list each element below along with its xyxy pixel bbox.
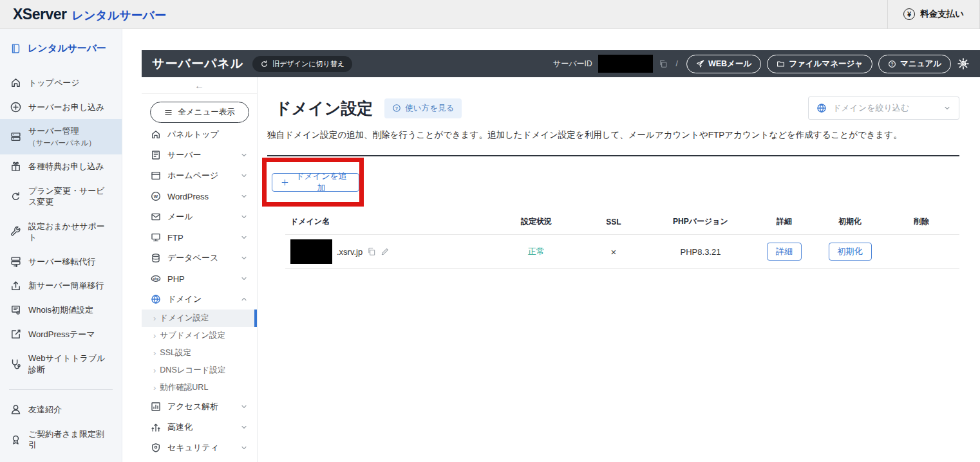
sidebar-item-referral[interactable]: 友達紹介	[0, 398, 122, 422]
svg-text:W: W	[154, 194, 158, 199]
sidebar-item-label: Webサイトトラブル診断	[28, 353, 111, 375]
switch-old-design-button[interactable]: 旧デザインに切り替え	[252, 56, 352, 72]
sidebar-item-member-discount[interactable]: ご契約者さま限定割引	[0, 422, 122, 457]
separator: /	[676, 59, 678, 68]
domain-table: ドメイン名 設定状況 SSL PHPバージョン 詳細 初期化 削除 .xsrv.…	[285, 209, 959, 269]
wordpress-icon: W	[151, 191, 161, 201]
table-header-row: ドメイン名 設定状況 SSL PHPバージョン 詳細 初期化 削除	[285, 209, 959, 235]
chevron-down-icon	[240, 403, 248, 411]
annotation-red-box: ドメインを追加	[262, 158, 364, 207]
panel-menu-item-database[interactable]: データベース	[142, 248, 257, 268]
sidebar-item-top-page[interactable]: トップページ	[0, 71, 122, 95]
panel-menu-item-ftp[interactable]: FTP	[142, 227, 257, 248]
panel-menu-item-access-analysis[interactable]: アクセス解析	[142, 396, 257, 417]
sidebar-item-benefits[interactable]: 各種特典お申し込み	[0, 154, 122, 179]
globe-icon	[816, 103, 827, 113]
sidebar-item-whois[interactable]: Whois初期値設定	[0, 298, 122, 322]
plus-circle-icon	[10, 102, 21, 113]
column-header-delete: 削除	[883, 216, 959, 227]
panel-menu-item-wordpress[interactable]: W WordPress	[142, 186, 257, 207]
panel-menu-sub-subdomain-settings[interactable]: › サブドメイン設定	[142, 327, 257, 344]
shield-icon	[151, 443, 161, 453]
sidebar-item-label: サーバーお申し込み	[28, 102, 105, 113]
chevron-down-icon	[240, 172, 248, 180]
plus-icon	[281, 178, 289, 187]
gear-icon[interactable]	[957, 57, 970, 70]
sidebar-item-plan-change[interactable]: プラン変更・サービス変更	[0, 179, 122, 214]
server-id-label: サーバーID	[553, 59, 592, 69]
payment-label: 料金支払い	[920, 8, 964, 20]
sidebar-item-easy-migration[interactable]: 新サーバー簡単移行	[0, 273, 122, 298]
file-manager-button[interactable]: ファイルマネージャ	[767, 55, 872, 73]
sidebar-divider	[9, 389, 113, 390]
section-divider	[267, 155, 959, 156]
panel-menu-item-php[interactable]: php PHP	[142, 268, 257, 289]
chart-icon	[151, 402, 161, 412]
migrate-icon	[10, 281, 21, 291]
copy-icon[interactable]	[659, 59, 668, 68]
add-domain-button[interactable]: ドメインを追加	[272, 173, 359, 192]
copy-icon[interactable]	[367, 247, 376, 256]
page-title: ドメイン設定	[275, 98, 373, 119]
chevron-down-icon	[240, 275, 248, 282]
pencil-icon[interactable]	[381, 247, 390, 256]
sidebar-item-server-management[interactable]: サーバー管理 （サーバーパネル）	[0, 119, 122, 154]
detail-button[interactable]: 詳細	[767, 243, 802, 261]
panel-menu-item-homepage[interactable]: ホームページ	[142, 165, 257, 186]
caret-icon: ›	[153, 348, 156, 358]
panel-menu-item-mail[interactable]: メール	[142, 207, 257, 227]
panel-menu-sub-dns-record[interactable]: › DNSレコード設定	[142, 362, 257, 379]
app-sidebar: レンタルサーバー トップページ サーバーお申し込み サーバー管理 （サーバーパネ…	[0, 29, 122, 462]
hamburger-icon	[164, 108, 173, 116]
server-id-redacted	[598, 55, 653, 73]
panel-menu-item-domain[interactable]: ドメイン	[142, 289, 257, 310]
column-header-init: 初期化	[816, 216, 883, 227]
all-menu-button[interactable]: 全メニュー表示	[150, 102, 249, 123]
domain-filter-dropdown[interactable]: ドメインを絞り込む	[808, 97, 959, 120]
sidebar-item-label: ご契約者さま限定割引	[28, 429, 111, 451]
panel-menu-item-speed-up[interactable]: 高速化	[142, 417, 257, 438]
sidebar-service-header[interactable]: レンタルサーバー	[0, 29, 122, 71]
sidebar-item-label: WordPressテーマ	[28, 329, 95, 340]
server-move-icon	[10, 256, 21, 267]
panel-menu-item-security[interactable]: セキュリティ	[142, 438, 257, 458]
service-label: レンタルサーバー	[28, 42, 106, 55]
sidebar-item-wordpress-theme[interactable]: WordPressテーマ	[0, 322, 122, 347]
manual-button[interactable]: ? マニュアル	[878, 55, 951, 73]
column-header-php: PHPバージョン	[649, 216, 752, 227]
domain-suffix: .xsrv.jp	[337, 247, 363, 257]
main-content: ドメイン設定 ? 使い方を見る ドメインを絞り込む 独自ドメイン設定の追加、削除…	[258, 77, 980, 462]
chevron-down-icon	[240, 234, 248, 241]
stethoscope-icon	[10, 358, 21, 369]
sidebar-item-server-apply[interactable]: サーバーお申し込み	[0, 95, 122, 120]
panel-menu-item-server[interactable]: サーバー	[142, 145, 257, 165]
chevron-up-icon	[240, 295, 248, 303]
panel-menu-sub-ssl-settings[interactable]: › SSL設定	[142, 344, 257, 362]
top-bar: XServer レンタルサーバー ¥ 料金支払い	[0, 0, 980, 29]
payment-button[interactable]: ¥ 料金支払い	[887, 0, 980, 29]
yen-circle-icon: ¥	[903, 8, 915, 20]
paper-plane-icon	[696, 60, 704, 68]
panel-menu: ← 全メニュー表示 パネルトップ サーバー ホームページ W WordPress…	[142, 77, 258, 462]
collapse-menu-button[interactable]: ←	[142, 77, 257, 94]
sidebar-item-server-transfer[interactable]: サーバー移転代行	[0, 250, 122, 274]
question-circle-icon: ?	[392, 104, 401, 113]
caret-icon: ›	[153, 331, 156, 340]
xserver-logo[interactable]: XServer レンタルサーバー	[0, 6, 166, 23]
sidebar-item-label: サーバー管理 （サーバーパネル）	[28, 125, 96, 148]
sidebar-item-label: 友達紹介	[28, 404, 62, 416]
folder-icon	[777, 60, 785, 68]
database-icon	[151, 253, 161, 263]
sidebar-item-trouble-diagnosis[interactable]: Webサイトトラブル診断	[0, 346, 122, 382]
ssl-status: ×	[578, 246, 649, 257]
help-link[interactable]: ? 使い方を見る	[384, 98, 462, 118]
sidebar-item-support[interactable]: 設定おまかせサポート	[0, 214, 122, 250]
panel-menu-sub-domain-settings[interactable]: › ドメイン設定	[142, 310, 257, 327]
panel-title: サーバーパネル	[152, 55, 243, 72]
status-badge: 正常	[495, 246, 578, 257]
panel-menu-sub-check-url[interactable]: › 動作確認URL	[142, 379, 257, 396]
panel-menu-item-panel-top[interactable]: パネルトップ	[142, 124, 257, 145]
webmail-button[interactable]: WEBメール	[686, 55, 761, 73]
init-button[interactable]: 初期化	[829, 243, 872, 261]
sidebar-item-label: プラン変更・サービス変更	[28, 185, 111, 208]
